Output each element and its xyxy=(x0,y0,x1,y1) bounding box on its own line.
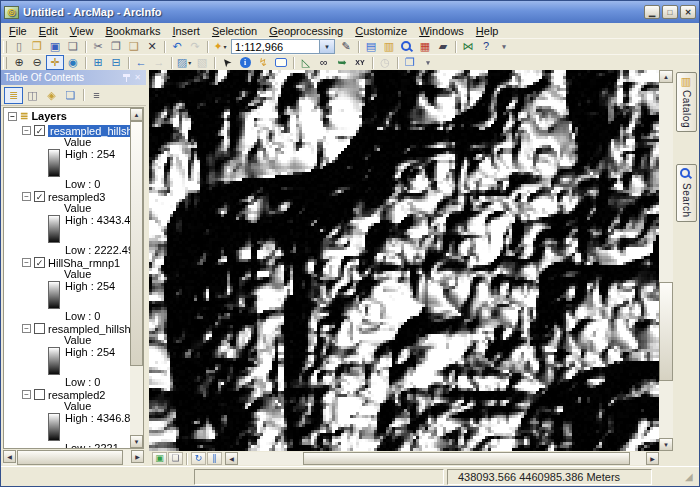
zoom-in-tool[interactable]: ⊕ xyxy=(10,55,28,70)
pan-tool[interactable]: ✛ xyxy=(46,55,64,70)
toc-root-layers[interactable]: − ≣ Layers xyxy=(8,110,130,122)
tab-search[interactable]: Search xyxy=(676,164,697,222)
zoom-out-tool[interactable]: ⊖ xyxy=(28,55,46,70)
layer-expand-toggle[interactable]: − xyxy=(22,192,31,201)
python-window-button[interactable]: ▰ xyxy=(434,39,452,54)
whats-this-help-button[interactable]: ? xyxy=(477,39,495,54)
full-extent-button[interactable]: ◉ xyxy=(64,55,82,70)
toolbar-overflow[interactable]: ▾ xyxy=(495,39,513,54)
list-by-visibility-button[interactable]: ◈ xyxy=(42,87,61,104)
map-scale-combo[interactable]: 1:112,966 ▼ xyxy=(231,39,335,54)
scroll-up-button[interactable]: ▲ xyxy=(659,70,673,83)
viewer-window-button[interactable]: ❐ xyxy=(401,55,419,70)
scrollbar-track[interactable] xyxy=(16,450,131,465)
layer-expand-toggle[interactable]: − xyxy=(22,126,31,135)
open-button[interactable]: ❒ xyxy=(28,39,46,54)
data-view-button[interactable]: ▣ xyxy=(152,452,167,465)
layer-visibility-checkbox[interactable]: ✓ xyxy=(34,125,45,136)
menu-view[interactable]: View xyxy=(64,25,100,37)
layer-expand-toggle[interactable]: − xyxy=(22,324,31,333)
hyperlink-tool[interactable]: ↯ xyxy=(254,55,272,70)
layer-expand-toggle[interactable]: − xyxy=(22,390,31,399)
tab-catalog[interactable]: ▥Catalog xyxy=(676,72,697,132)
new-map-file-button[interactable]: ▯ xyxy=(10,39,28,54)
scrollbar-track[interactable] xyxy=(238,452,646,465)
layer-visibility-checkbox[interactable]: ✓ xyxy=(34,191,45,202)
print-button[interactable]: ❏ xyxy=(64,39,82,54)
resize-grip[interactable]: ◢ xyxy=(685,471,697,483)
catalog-window-button[interactable]: ▥ xyxy=(380,39,398,54)
menu-geoprocessing[interactable]: Geoprocessing xyxy=(263,25,349,37)
scroll-left-button[interactable]: ◀ xyxy=(225,452,238,465)
list-by-selection-button[interactable]: ❏ xyxy=(61,87,80,104)
menu-bookmarks[interactable]: Bookmarks xyxy=(99,25,166,37)
toolbar-grip[interactable] xyxy=(3,41,7,53)
fixed-zoom-in-button[interactable]: ⊞ xyxy=(89,55,107,70)
scrollbar-thumb[interactable] xyxy=(130,121,143,366)
layer-expand-toggle[interactable]: − xyxy=(22,258,31,267)
close-button[interactable]: ✕ xyxy=(680,5,696,19)
modelbuilder-button[interactable]: ⋈ xyxy=(459,39,477,54)
menu-help[interactable]: Help xyxy=(470,25,505,37)
maximize-button[interactable]: □ xyxy=(662,5,678,19)
scroll-right-button[interactable]: ▶ xyxy=(646,452,659,465)
expand-collapse-icon[interactable]: − xyxy=(8,112,17,121)
toc-autohide-pin-button[interactable] xyxy=(121,72,132,83)
scroll-up-button[interactable]: ▲ xyxy=(130,108,143,121)
measure-tool[interactable]: ◺ xyxy=(297,55,315,70)
delete-button[interactable]: ✕ xyxy=(143,39,161,54)
toc-close-button[interactable]: ✕ xyxy=(132,72,143,83)
editor-toolbar-button[interactable]: ✎ xyxy=(337,39,355,54)
scroll-left-button[interactable]: ◀ xyxy=(3,450,16,463)
select-features-tool[interactable]: ▨▾ xyxy=(175,55,193,70)
scrollbar-track[interactable] xyxy=(659,83,673,438)
list-by-source-button[interactable]: ◫ xyxy=(23,87,42,104)
scroll-right-button[interactable]: ▶ xyxy=(131,450,144,463)
map-scale-dropdown-button[interactable]: ▼ xyxy=(319,40,334,53)
menu-customize[interactable]: Customize xyxy=(349,25,413,37)
pause-drawing-button[interactable]: ∥ xyxy=(207,452,222,465)
layer-name[interactable]: resampled3 xyxy=(48,191,105,203)
add-data-button[interactable]: ✦▾ xyxy=(211,39,229,54)
toc-header[interactable]: Table Of Contents ✕ xyxy=(1,70,146,85)
minimize-button[interactable]: ▁ xyxy=(644,5,660,19)
toolbar-grip[interactable] xyxy=(3,57,7,69)
menu-selection[interactable]: Selection xyxy=(206,25,263,37)
scrollbar-thumb[interactable] xyxy=(659,282,673,381)
scrollbar-track[interactable] xyxy=(130,121,143,435)
layer-name[interactable]: resampled_hillshade3 xyxy=(48,125,130,137)
fixed-zoom-out-button[interactable]: ⊟ xyxy=(107,55,125,70)
layer-visibility-checkbox[interactable] xyxy=(34,323,45,334)
layer-name[interactable]: resampled_hillshade2 xyxy=(48,323,130,335)
layer-visibility-checkbox[interactable]: ✓ xyxy=(34,257,45,268)
menu-edit[interactable]: Edit xyxy=(33,25,64,37)
list-by-drawing-order-button[interactable]: ≣ xyxy=(4,87,23,104)
menu-insert[interactable]: Insert xyxy=(166,25,206,37)
identify-tool[interactable] xyxy=(236,55,254,70)
layer-visibility-checkbox[interactable] xyxy=(34,389,45,400)
go-to-xy-tool[interactable]: XY xyxy=(351,55,369,70)
html-popup-tool[interactable] xyxy=(272,55,290,70)
menu-file[interactable]: File xyxy=(3,25,33,37)
select-elements-tool[interactable]: ➤ xyxy=(218,55,236,70)
refresh-view-button[interactable]: ↻ xyxy=(191,452,206,465)
table-of-contents-window-button[interactable]: ▤ xyxy=(362,39,380,54)
menu-windows[interactable]: Windows xyxy=(413,25,470,37)
scrollbar-thumb[interactable] xyxy=(17,450,123,465)
find-tool[interactable]: ∞ xyxy=(315,55,333,70)
scroll-down-button[interactable]: ▼ xyxy=(659,438,673,451)
layout-view-button[interactable]: ❏ xyxy=(168,452,183,465)
save-button[interactable]: ▣ xyxy=(46,39,64,54)
find-route-button[interactable]: ➥ xyxy=(333,55,351,70)
layer-name[interactable]: resampled2 xyxy=(48,389,105,401)
paste-button[interactable]: ❑ xyxy=(125,39,143,54)
search-window-button[interactable] xyxy=(398,39,416,54)
copy-button[interactable]: ❐ xyxy=(107,39,125,54)
toolbar-overflow[interactable]: ▾ xyxy=(419,55,437,70)
toc-options-button[interactable]: ≡ xyxy=(87,87,106,104)
undo-button[interactable]: ↶ xyxy=(168,39,186,54)
title-bar[interactable]: ◎ Untitled - ArcMap - ArcInfo ▁ □ ✕ xyxy=(1,1,699,23)
scroll-down-button[interactable]: ▼ xyxy=(130,435,143,448)
map-display-hillshade[interactable] xyxy=(149,70,659,451)
cut-button[interactable]: ✂ xyxy=(89,39,107,54)
